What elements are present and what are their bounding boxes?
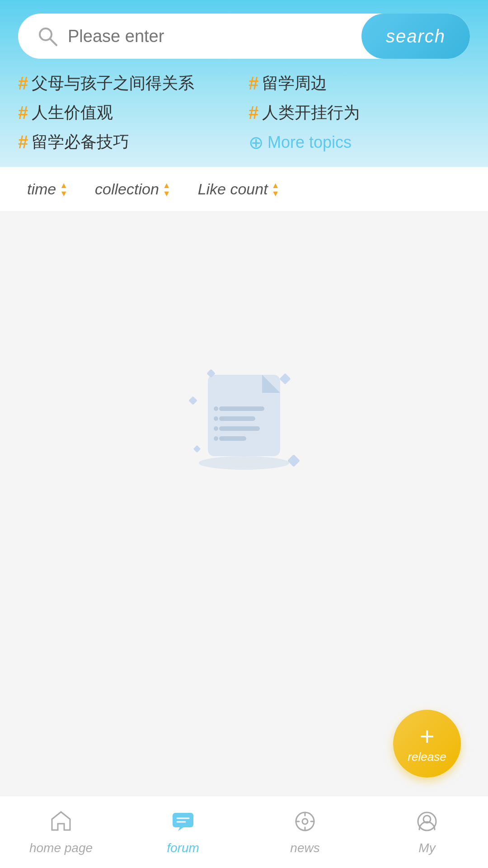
topic-hash-1: #: [18, 73, 28, 94]
fab-release-button[interactable]: + release: [393, 710, 461, 778]
topic-item-5[interactable]: # 留学必备技巧: [18, 131, 239, 153]
search-icon: [36, 25, 59, 47]
topic-hash-2: #: [249, 73, 258, 94]
nav-item-news[interactable]: news: [244, 802, 366, 863]
search-button[interactable]: search: [361, 14, 470, 59]
topic-label-more: More topics: [267, 133, 352, 152]
fab-label: release: [408, 750, 446, 764]
sort-like-count[interactable]: Like count ▲▼: [198, 180, 280, 198]
topic-item-4[interactable]: # 人类开挂行为: [249, 102, 470, 124]
sort-like-count-label: Like count: [198, 180, 268, 198]
svg-rect-5: [219, 426, 260, 431]
topic-hash-more: ⊕: [249, 132, 264, 153]
my-icon: [415, 809, 439, 837]
svg-point-11: [199, 456, 289, 470]
topics-grid: # 父母与孩子之间得关系 # 留学周边 # 人生价值观 # 人类开挂行为 # 留…: [18, 72, 470, 153]
nav-item-home[interactable]: home page: [0, 802, 122, 863]
empty-state: [0, 212, 488, 619]
svg-point-8: [214, 416, 218, 421]
sort-collection-arrows: ▲▼: [163, 181, 171, 198]
topic-item-3[interactable]: # 人生价值观: [18, 102, 239, 124]
sort-time-label: time: [27, 180, 56, 198]
topic-label-1: 父母与孩子之间得关系: [32, 72, 194, 94]
svg-line-1: [50, 39, 56, 45]
doc-icon-wrap: [185, 361, 303, 470]
svg-rect-4: [219, 416, 255, 421]
bottom-nav: home page forum news: [0, 796, 488, 868]
nav-home-label: home page: [29, 841, 93, 855]
empty-illustration: [185, 361, 303, 470]
topic-hash-4: #: [249, 103, 258, 123]
search-bar: search: [18, 14, 470, 59]
topic-label-3: 人生价值观: [32, 102, 113, 124]
svg-point-16: [302, 819, 308, 824]
fab-plus-icon: +: [420, 724, 435, 749]
sort-collection[interactable]: collection ▲▼: [95, 180, 171, 198]
topic-label-2: 留学周边: [262, 72, 327, 94]
svg-point-10: [214, 436, 218, 441]
svg-rect-6: [219, 436, 246, 441]
news-icon: [293, 809, 317, 837]
topic-hash-5: #: [18, 132, 28, 152]
svg-point-7: [214, 406, 218, 411]
forum-icon: [171, 809, 195, 837]
nav-item-my[interactable]: My: [366, 802, 488, 863]
topic-item-2[interactable]: # 留学周边: [249, 72, 470, 94]
sort-collection-label: collection: [95, 180, 159, 198]
nav-forum-label: forum: [167, 841, 199, 855]
sort-time-arrows: ▲▼: [60, 181, 68, 198]
svg-point-9: [214, 426, 218, 431]
search-input[interactable]: [68, 27, 361, 46]
nav-my-label: My: [418, 841, 435, 855]
sort-time[interactable]: time ▲▼: [27, 180, 68, 198]
topic-hash-3: #: [18, 103, 28, 123]
topic-label-5: 留学必备技巧: [32, 131, 129, 153]
svg-rect-12: [173, 813, 193, 827]
nav-item-forum[interactable]: forum: [122, 802, 244, 863]
topic-item-more[interactable]: ⊕ More topics: [249, 131, 470, 153]
topic-label-4: 人类开挂行为: [262, 102, 360, 124]
svg-rect-3: [219, 406, 264, 411]
topic-item-1[interactable]: # 父母与孩子之间得关系: [18, 72, 239, 94]
sort-bar: time ▲▼ collection ▲▼ Like count ▲▼: [0, 167, 488, 212]
home-icon: [49, 809, 73, 837]
sort-like-count-arrows: ▲▼: [272, 181, 280, 198]
header: search # 父母与孩子之间得关系 # 留学周边 # 人生价值观 # 人类开…: [0, 0, 488, 167]
nav-news-label: news: [290, 841, 319, 855]
